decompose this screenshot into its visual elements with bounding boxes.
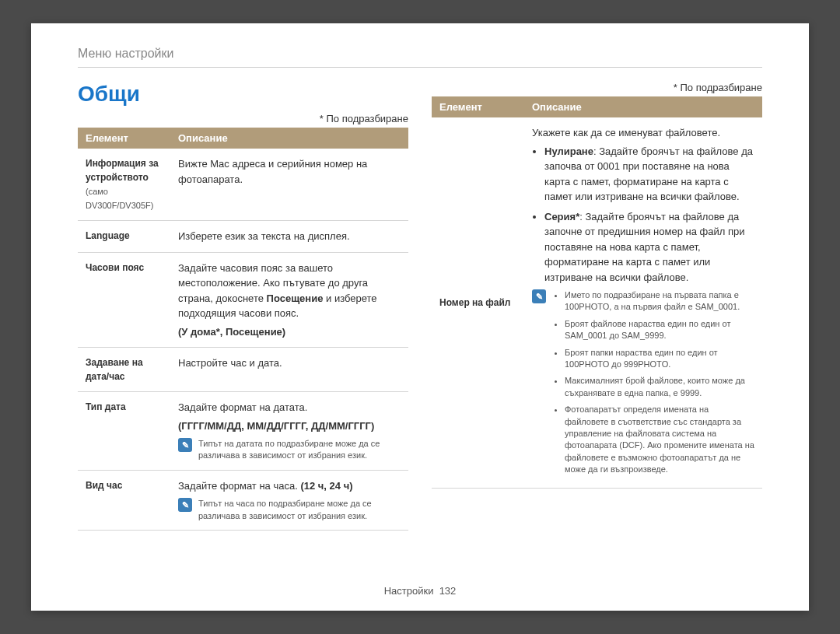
note-box: ✎ Типът на часа по подразбиране може да …: [178, 498, 401, 522]
default-note-left: * По подразбиране: [78, 113, 408, 124]
left-column: Общи * По подразбиране Елемент Описание …: [78, 82, 408, 531]
row-label: Language: [78, 221, 170, 253]
row-label: Часови пояс: [78, 252, 170, 348]
row-label: Информация за устройството (само DV300F/…: [78, 149, 170, 221]
note-box: ✎ Името по подразбиране на първата папка…: [532, 289, 754, 480]
table-row: Задаване на дата/час Настройте час и дат…: [78, 348, 408, 392]
row-desc: Вижте Mac адреса и серийния номер на фот…: [170, 149, 408, 221]
table-row: Вид час Задайте формат на часа. (12 ч, 2…: [78, 470, 408, 530]
settings-table-left: Елемент Описание Информация за устройств…: [78, 128, 408, 531]
th-element: Елемент: [432, 96, 524, 117]
note-icon: ✎: [532, 289, 546, 303]
note-text: Типът на датата по подразбиране може да …: [198, 438, 401, 462]
row-label: Тип дата: [78, 392, 170, 471]
table-header-row: Елемент Описание: [432, 96, 762, 117]
row-desc: Изберете език за текста на дисплея.: [170, 221, 408, 253]
note-icon: ✎: [178, 498, 192, 512]
default-note-right: * По подразбиране: [432, 82, 762, 93]
section-title: Общи: [78, 82, 408, 107]
content-columns: Общи * По подразбиране Елемент Описание …: [78, 82, 762, 531]
table-row: Номер на файл Укажете как да се именуват…: [432, 117, 762, 489]
manual-page: Меню настройки Общи * По подразбиране Ел…: [31, 23, 809, 611]
th-element: Елемент: [78, 128, 170, 149]
row-desc: Настройте час и дата.: [170, 348, 408, 392]
table-row: Информация за устройството (само DV300F/…: [78, 149, 408, 221]
row-label: Вид час: [78, 470, 170, 530]
note-text: Типът на часа по подразбиране може да се…: [198, 498, 401, 522]
table-row: Тип дата Задайте формат на датата. (ГГГГ…: [78, 392, 408, 471]
row-desc: Задайте формат на датата. (ГГГГ/ММ/ДД, М…: [170, 392, 408, 471]
row-desc: Задайте формат на часа. (12 ч, 24 ч) ✎ Т…: [170, 470, 408, 530]
note-box: ✎ Типът на датата по подразбиране може д…: [178, 438, 401, 462]
page-footer: Настройки 132: [31, 585, 809, 597]
table-header-row: Елемент Описание: [78, 128, 408, 149]
row-desc: Укажете как да се именуват файловете. Ну…: [524, 117, 762, 489]
th-description: Описание: [524, 96, 762, 117]
note-text: Името по подразбиране на първата папка е…: [552, 289, 754, 480]
row-desc: Задайте часовия пояс за вашето местополо…: [170, 252, 408, 348]
breadcrumb: Меню настройки: [78, 47, 762, 68]
row-label: Задаване на дата/час: [78, 348, 170, 392]
th-description: Описание: [170, 128, 408, 149]
right-column: * По подразбиране Елемент Описание Номер…: [432, 82, 762, 531]
table-row: Часови пояс Задайте часовия пояс за ваше…: [78, 252, 408, 348]
table-row: Language Изберете език за текста на дисп…: [78, 221, 408, 253]
note-icon: ✎: [178, 438, 192, 452]
settings-table-right: Елемент Описание Номер на файл Укажете к…: [432, 96, 762, 489]
row-label: Номер на файл: [432, 117, 524, 489]
